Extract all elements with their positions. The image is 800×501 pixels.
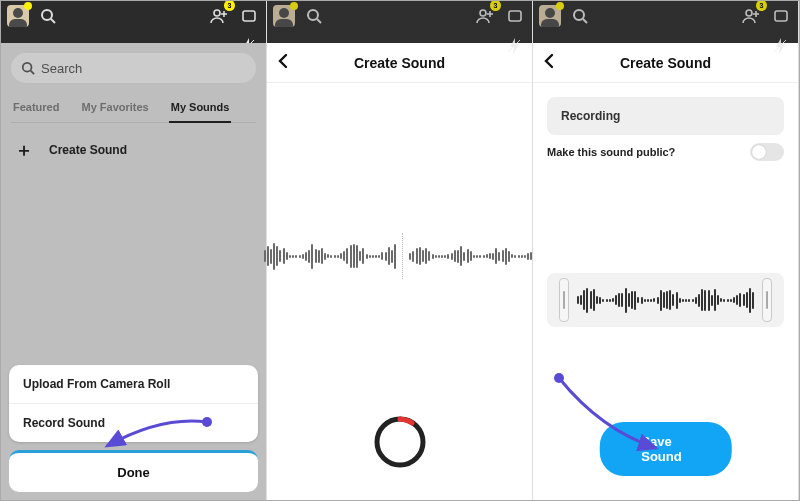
app-topbar: 3	[267, 1, 532, 43]
add-friend-icon[interactable]: 3	[208, 5, 230, 27]
save-sound-button[interactable]: Save Sound	[599, 422, 732, 476]
rotate-camera-icon[interactable]	[504, 5, 526, 27]
svg-point-20	[746, 10, 752, 16]
record-button[interactable]	[372, 414, 428, 470]
sub-header: Create Sound	[267, 43, 532, 83]
make-public-row: Make this sound public?	[547, 143, 784, 161]
svg-line-1	[51, 19, 55, 23]
page-title: Create Sound	[354, 55, 445, 71]
back-button[interactable]	[543, 53, 555, 73]
record-sound-button[interactable]: Record Sound	[9, 404, 258, 442]
make-public-label: Make this sound public?	[547, 146, 675, 158]
sub-header: Create Sound	[533, 43, 798, 83]
svg-line-19	[583, 19, 587, 23]
upload-from-camera-roll-button[interactable]: Upload From Camera Roll	[9, 365, 258, 404]
search-icon[interactable]	[569, 5, 591, 27]
add-friend-icon[interactable]: 3	[740, 5, 762, 27]
panel-create-sound-record: 3 Create Sound	[267, 1, 533, 500]
tab-my-sounds[interactable]: My Sounds	[169, 95, 232, 123]
svg-point-2	[214, 10, 220, 16]
search-placeholder: Search	[41, 61, 82, 76]
create-sound-button[interactable]: ＋ Create Sound	[13, 139, 254, 161]
notification-dot-icon	[24, 2, 32, 10]
svg-line-11	[317, 19, 321, 23]
playhead-icon	[402, 233, 403, 279]
action-sheet: Upload From Camera Roll Record Sound Don…	[9, 365, 258, 492]
app-topbar: 3	[533, 1, 798, 43]
rotate-camera-icon[interactable]	[238, 5, 260, 27]
search-input[interactable]: Search	[11, 53, 256, 83]
svg-point-10	[308, 10, 318, 20]
svg-rect-15	[509, 11, 521, 21]
notification-dot-icon	[290, 2, 298, 10]
avatar[interactable]	[273, 5, 295, 27]
avatar[interactable]	[539, 5, 561, 27]
badge: 3	[490, 0, 501, 11]
avatar[interactable]	[7, 5, 29, 27]
search-icon[interactable]	[37, 5, 59, 27]
back-button[interactable]	[277, 53, 289, 73]
trim-handle-right[interactable]	[762, 278, 772, 322]
sounds-tabs: Featured My Favorites My Sounds	[11, 95, 256, 123]
app-topbar: 3	[1, 1, 266, 43]
tab-featured[interactable]: Featured	[11, 95, 61, 122]
notification-dot-icon	[556, 2, 564, 10]
badge: 3	[756, 0, 767, 11]
svg-rect-23	[775, 11, 787, 21]
create-sound-label: Create Sound	[49, 143, 127, 157]
rotate-camera-icon[interactable]	[770, 5, 792, 27]
panel-sounds-list: 3 Search Featured My Favorites My Sounds…	[1, 1, 267, 500]
tab-favorites[interactable]: My Favorites	[79, 95, 150, 122]
plus-icon: ＋	[13, 139, 35, 161]
svg-rect-5	[243, 11, 255, 21]
svg-point-7	[23, 63, 32, 72]
waveform-display	[267, 233, 532, 279]
svg-point-12	[480, 10, 486, 16]
make-public-toggle[interactable]	[750, 143, 784, 161]
svg-point-17	[377, 419, 423, 465]
panel-create-sound-save: 3 Create Sound Recording Make this sound…	[533, 1, 799, 500]
svg-point-18	[574, 10, 584, 20]
trim-handle-left[interactable]	[559, 278, 569, 322]
page-title: Create Sound	[620, 55, 711, 71]
badge: 3	[224, 0, 235, 11]
search-icon[interactable]	[303, 5, 325, 27]
audio-trim-control[interactable]	[547, 273, 784, 327]
recording-name-field[interactable]: Recording	[547, 97, 784, 135]
svg-point-25	[554, 373, 564, 383]
done-button[interactable]: Done	[9, 450, 258, 492]
svg-point-0	[42, 10, 52, 20]
svg-line-8	[31, 71, 35, 75]
add-friend-icon[interactable]: 3	[474, 5, 496, 27]
